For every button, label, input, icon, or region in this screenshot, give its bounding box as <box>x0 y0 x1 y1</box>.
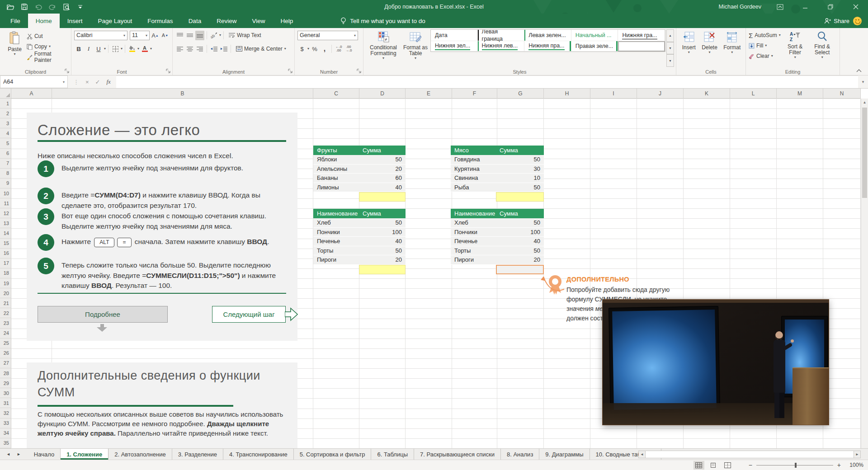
row-header-34[interactable]: 34 <box>0 428 11 438</box>
merge-center-button[interactable]: Merge & Center ▾ <box>236 44 286 53</box>
vertical-scrollbar[interactable]: ▲ <box>861 99 868 448</box>
column-header-M[interactable]: M <box>777 89 823 99</box>
zoom-slider[interactable] <box>756 465 833 465</box>
autosum-caret[interactable]: ▾ <box>779 33 781 37</box>
copy-button[interactable]: Copy ▾ <box>27 42 69 51</box>
select-all-corner[interactable] <box>0 89 11 99</box>
horizontal-scrollbar[interactable]: ◄ ► <box>638 450 861 458</box>
merge-center-caret[interactable]: ▾ <box>284 47 286 51</box>
prev-sheet-icon[interactable]: ◄ <box>6 452 10 456</box>
undo-icon[interactable] <box>34 3 42 11</box>
ribbon-display-options-icon[interactable] <box>773 2 787 12</box>
column-header-N[interactable]: N <box>823 89 861 99</box>
row-header-11[interactable]: 11 <box>0 198 11 208</box>
save-icon[interactable] <box>20 3 28 11</box>
row-header-28[interactable]: 28 <box>0 368 11 378</box>
alignment-dialog-launcher-icon[interactable] <box>288 69 293 74</box>
name-box[interactable]: A64 ▾ <box>0 75 68 88</box>
font-color-button[interactable]: A <box>140 44 149 54</box>
menu-tab-home[interactable]: Home <box>28 14 60 28</box>
gallery-more-button[interactable]: ▼ <box>666 54 674 67</box>
open-folder-icon[interactable] <box>6 3 14 11</box>
cell-style-Нижняя пра...[interactable]: Нижняя пра... <box>524 41 571 52</box>
horizontal-scroll-thumb[interactable] <box>646 451 854 458</box>
zoom-in-icon[interactable]: + <box>837 461 841 469</box>
sheet-tab-5-сортировка-и-фильтр[interactable]: 5. Сортировка и фильтр <box>294 449 372 460</box>
comma-format-button[interactable]: , <box>320 44 329 54</box>
font-size-select[interactable]: 11▾ <box>130 31 150 40</box>
sum-input-cell-yellow[interactable] <box>359 265 406 274</box>
row-header-22[interactable]: 22 <box>0 308 11 318</box>
row-header-29[interactable]: 29 <box>0 378 11 388</box>
bold-button[interactable]: B <box>74 44 83 54</box>
formula-input[interactable] <box>116 75 858 88</box>
restore-button[interactable] <box>824 2 837 12</box>
fill-button[interactable]: Fill ▾ <box>749 41 781 50</box>
copy-dropdown-caret[interactable]: ▾ <box>49 45 51 48</box>
format-painter-button[interactable]: Format Painter <box>27 52 69 61</box>
row-header-13[interactable]: 13 <box>0 218 11 228</box>
cell-style-Нижняя гра...[interactable]: Нижняя гра... <box>618 30 665 41</box>
delete-cells-button[interactable]: Delete ▾ <box>699 29 720 67</box>
collapse-ribbon-icon[interactable] <box>856 69 862 72</box>
row-header-25[interactable]: 25 <box>0 338 11 348</box>
number-format-select[interactable]: General▾ <box>297 31 358 40</box>
cut-button[interactable]: Cut <box>27 32 69 41</box>
column-header-F[interactable]: F <box>452 89 497 99</box>
gallery-up-button[interactable]: ▲ <box>666 29 674 42</box>
row-header-19[interactable]: 19 <box>0 278 11 288</box>
scroll-up-icon[interactable]: ▲ <box>861 99 868 106</box>
minimize-button[interactable] <box>798 2 812 12</box>
gallery-down-button[interactable]: ▼ <box>666 42 674 55</box>
sheet-tab-начало[interactable]: Начало <box>28 449 61 460</box>
normal-view-icon[interactable] <box>693 461 704 470</box>
page-layout-view-icon[interactable] <box>708 461 719 470</box>
shrink-font-button[interactable]: A▼ <box>160 31 170 40</box>
vertical-scroll-thumb[interactable] <box>862 108 867 198</box>
column-header-L[interactable]: L <box>730 89 777 99</box>
scroll-right-icon[interactable]: ► <box>854 451 861 458</box>
row-header-21[interactable]: 21 <box>0 298 11 308</box>
grow-font-button[interactable]: A▲ <box>151 31 160 40</box>
column-header-H[interactable]: H <box>544 89 590 99</box>
find-select-button[interactable]: Find & Select ▾ <box>810 29 835 67</box>
row-header-33[interactable]: 33 <box>0 418 11 428</box>
decrease-decimal-button[interactable]: .00→.0 <box>344 44 353 54</box>
row-header-27[interactable]: 27 <box>0 358 11 368</box>
delete-cells-caret[interactable]: ▾ <box>708 51 710 54</box>
currency-dropdown-caret[interactable]: ▾ <box>307 47 309 51</box>
row-header-3[interactable]: 3 <box>0 118 11 128</box>
cell-style-Нижняя зел...[interactable]: Нижняя зел... <box>431 41 478 52</box>
row-header-1[interactable]: 1 <box>0 99 11 108</box>
number-dialog-launcher-icon[interactable] <box>357 69 362 74</box>
row-header-7[interactable]: 7 <box>0 159 11 169</box>
cell-style-Левая граница[interactable]: Левая граница <box>478 30 525 41</box>
page-break-view-icon[interactable] <box>722 461 733 470</box>
row-header-6[interactable]: 6 <box>0 149 11 159</box>
clear-caret[interactable]: ▾ <box>771 54 773 58</box>
align-right-icon[interactable] <box>195 44 204 54</box>
borders-dropdown-caret[interactable]: ▾ <box>121 47 123 51</box>
row-header-18[interactable]: 18 <box>0 268 11 278</box>
row-header-31[interactable]: 31 <box>0 398 11 408</box>
fill-caret[interactable]: ▾ <box>765 44 767 47</box>
borders-button[interactable] <box>111 44 120 54</box>
menu-tab-formulas[interactable]: Formulas <box>140 14 180 28</box>
menu-tab-review[interactable]: Review <box>209 14 244 28</box>
cell-style-Нижняя лев...[interactable]: Нижняя лев... <box>478 41 525 52</box>
feedback-smiley-icon[interactable] <box>853 17 862 25</box>
row-header-8[interactable]: 8 <box>0 169 11 179</box>
sort-filter-caret[interactable]: ▾ <box>794 56 796 59</box>
paste-dropdown-caret[interactable]: ▾ <box>14 52 15 56</box>
column-header-D[interactable]: D <box>359 89 406 99</box>
menu-tab-insert[interactable]: Insert <box>60 14 90 28</box>
sheet-tab-6-таблицы[interactable]: 6. Таблицы <box>371 449 414 460</box>
menu-tab-file[interactable]: File <box>3 14 28 28</box>
fill-color-button[interactable] <box>127 44 137 54</box>
menu-tab-page-layout[interactable]: Page Layout <box>90 14 140 28</box>
row-header-5[interactable]: 5 <box>0 138 11 148</box>
insert-cells-button[interactable]: Insert ▾ <box>680 29 698 67</box>
align-center-icon[interactable] <box>185 44 194 54</box>
cell-style-Левая зелен...[interactable]: Левая зелен... <box>524 30 571 41</box>
row-header-26[interactable]: 26 <box>0 348 11 358</box>
